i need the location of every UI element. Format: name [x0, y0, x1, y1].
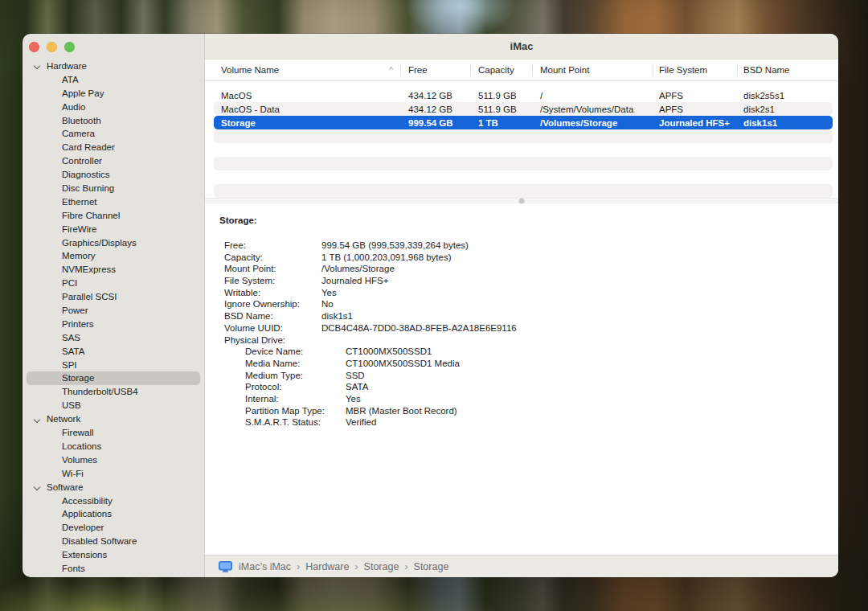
- sidebar-item-label: USB: [62, 399, 81, 412]
- chevron-down-icon: [34, 484, 40, 490]
- sort-ascending-icon: ^: [389, 67, 393, 75]
- sidebar-item-fibre-channel[interactable]: Fibre Channel: [23, 209, 204, 223]
- detail-row-volume-uuid: Volume UUID:DCB4C48A-7DD0-38AD-8FEB-A2A1…: [219, 322, 824, 334]
- sidebar-item-usb[interactable]: USB: [23, 399, 204, 412]
- sidebar-item-diagnostics[interactable]: Diagnostics: [23, 168, 204, 182]
- detail-value: SATA: [346, 381, 368, 393]
- sidebar-item-spi[interactable]: SPI: [23, 359, 204, 372]
- sidebar-item-nvmexpress[interactable]: NVMExpress: [23, 263, 204, 277]
- sidebar-section-software[interactable]: Software: [23, 481, 204, 494]
- sidebar-item-frameworks[interactable]: Frameworks: [23, 576, 204, 577]
- sidebar-item-firewall[interactable]: Firewall: [23, 426, 204, 440]
- table-cell: disk2s1: [737, 105, 833, 114]
- detail-row-ignore-ownership: Ignore Ownership:No: [219, 298, 824, 310]
- sidebar-item-ethernet[interactable]: Ethernet: [23, 195, 204, 209]
- sidebar-item-disc-burning[interactable]: Disc Burning: [23, 182, 204, 195]
- sidebar-item-memory[interactable]: Memory: [23, 249, 204, 263]
- detail-value: Yes: [346, 393, 361, 405]
- column-header-mount-point[interactable]: Mount Point: [532, 59, 653, 80]
- breadcrumb-segment-storage: Storage: [364, 561, 399, 572]
- detail-label: Free:: [224, 240, 321, 252]
- detail-row-file-system: File System:Journaled HFS+: [219, 275, 824, 287]
- sidebar: HardwareATAApple PayAudioBluetoothCamera…: [23, 34, 205, 577]
- sidebar-item-locations[interactable]: Locations: [23, 440, 204, 453]
- sidebar-item-thunderbolt-usb4[interactable]: Thunderbolt/USB4: [23, 385, 204, 399]
- detail-row-bsd-name: BSD Name:disk1s1: [219, 310, 824, 322]
- sidebar-item-volumes[interactable]: Volumes: [23, 453, 204, 467]
- close-button[interactable]: [29, 42, 39, 52]
- sidebar-item-printers[interactable]: Printers: [23, 318, 204, 331]
- sidebar-item-fonts[interactable]: Fonts: [23, 562, 204, 576]
- detail-row-internal: Internal:Yes: [219, 393, 824, 405]
- table-cell: MacOS - Data: [214, 105, 400, 114]
- sidebar-item-label: Locations: [62, 440, 101, 453]
- detail-row-physical-drive: Physical Drive:: [219, 334, 824, 347]
- sidebar-item-accessibility[interactable]: Accessibility: [23, 494, 204, 508]
- sidebar-item-camera[interactable]: Camera: [23, 127, 204, 141]
- sidebar-item-card-reader[interactable]: Card Reader: [23, 141, 204, 154]
- table-row-macos[interactable]: MacOS434.12 GB511.9 GB/APFSdisk2s5s1: [214, 88, 833, 102]
- sidebar-item-power[interactable]: Power: [23, 304, 204, 318]
- system-information-window: HardwareATAApple PayAudioBluetoothCamera…: [23, 34, 838, 577]
- column-header-free[interactable]: Free: [400, 59, 470, 80]
- sidebar-section-network[interactable]: Network: [23, 412, 204, 426]
- sidebar-item-applications[interactable]: Applications: [23, 507, 204, 521]
- sidebar-item-ata[interactable]: ATA: [23, 73, 204, 87]
- table-cell: /System/Volumes/Data: [532, 105, 653, 114]
- sidebar-item-label: Storage: [62, 371, 94, 385]
- sidebar-item-controller[interactable]: Controller: [23, 154, 204, 168]
- table-row-empty: [214, 143, 833, 157]
- minimize-button[interactable]: [47, 42, 57, 52]
- sidebar-item-label: Bluetooth: [62, 114, 101, 128]
- table-header: Volume Name^FreeCapacityMount PointFile …: [205, 59, 838, 81]
- sidebar-section-hardware[interactable]: Hardware: [23, 59, 204, 73]
- sidebar-item-sata[interactable]: SATA: [23, 345, 204, 359]
- column-header-bsd-name[interactable]: BSD Name: [737, 59, 838, 80]
- column-header-capacity[interactable]: Capacity: [470, 59, 532, 80]
- detail-row-partition-map-type: Partition Map Type:MBR (Master Boot Reco…: [219, 405, 824, 417]
- sidebar-item-disabled-software[interactable]: Disabled Software: [23, 535, 204, 548]
- sidebar-item-firewire[interactable]: FireWire: [23, 223, 204, 236]
- sidebar-item-label: Accessibility: [62, 494, 113, 508]
- column-header-label: Mount Point: [540, 65, 589, 75]
- table-row-storage[interactable]: Storage999.54 GB1 TB/Volumes/StorageJour…: [214, 116, 833, 129]
- column-header-volume-name[interactable]: Volume Name^: [205, 59, 400, 80]
- sidebar-item-bluetooth[interactable]: Bluetooth: [23, 114, 204, 128]
- sidebar-item-pci[interactable]: PCI: [23, 277, 204, 290]
- sidebar-item-parallel-scsi[interactable]: Parallel SCSI: [23, 290, 204, 304]
- status-bar: iMac’s iMac›Hardware›Storage›Storage: [205, 555, 838, 577]
- breadcrumb-segment-storage: Storage: [414, 561, 449, 572]
- sidebar-item-label: Audio: [62, 100, 85, 114]
- sidebar-item-apple-pay[interactable]: Apple Pay: [23, 87, 204, 100]
- column-header-label: Free: [408, 65, 428, 75]
- sidebar-item-label: Graphics/Displays: [62, 236, 137, 250]
- sidebar-item-developer[interactable]: Developer: [23, 521, 204, 535]
- table-row-macos-data[interactable]: MacOS - Data434.12 GB511.9 GB/System/Vol…: [214, 102, 833, 116]
- sidebar-item-audio[interactable]: Audio: [23, 100, 204, 114]
- sidebar-item-graphics-displays[interactable]: Graphics/Displays: [23, 236, 204, 250]
- detail-label: Physical Drive:: [224, 334, 321, 347]
- breadcrumb-segment-imac-s-imac: iMac’s iMac: [239, 561, 291, 572]
- sidebar-item-wi-fi[interactable]: Wi-Fi: [23, 467, 204, 481]
- splitter-grip-icon: [519, 198, 525, 203]
- pane-splitter[interactable]: [205, 198, 838, 203]
- detail-label: File System:: [224, 275, 321, 287]
- column-header-label: BSD Name: [743, 65, 790, 75]
- sidebar-item-label: Memory: [62, 249, 96, 263]
- table-cell: /Volumes/Storage: [532, 118, 653, 128]
- sidebar-item-storage[interactable]: Storage: [27, 371, 200, 385]
- window-title-bar[interactable]: iMac: [205, 34, 838, 59]
- zoom-button[interactable]: [64, 42, 75, 52]
- sidebar-item-label: Wi-Fi: [62, 467, 84, 481]
- sidebar-item-label: NVMExpress: [62, 263, 116, 277]
- detail-label: Capacity:: [224, 252, 321, 264]
- column-header-file-system[interactable]: File System: [653, 59, 737, 80]
- table-cell: disk1s1: [737, 118, 833, 128]
- breadcrumb-separator: ›: [404, 561, 407, 572]
- detail-label: Mount Point:: [224, 263, 321, 275]
- detail-label: S.M.A.R.T. Status:: [245, 416, 346, 429]
- sidebar-item-extensions[interactable]: Extensions: [23, 548, 204, 562]
- sidebar-item-sas[interactable]: SAS: [23, 331, 204, 345]
- detail-value: /Volumes/Storage: [321, 263, 395, 275]
- sidebar-item-label: Controller: [62, 154, 102, 168]
